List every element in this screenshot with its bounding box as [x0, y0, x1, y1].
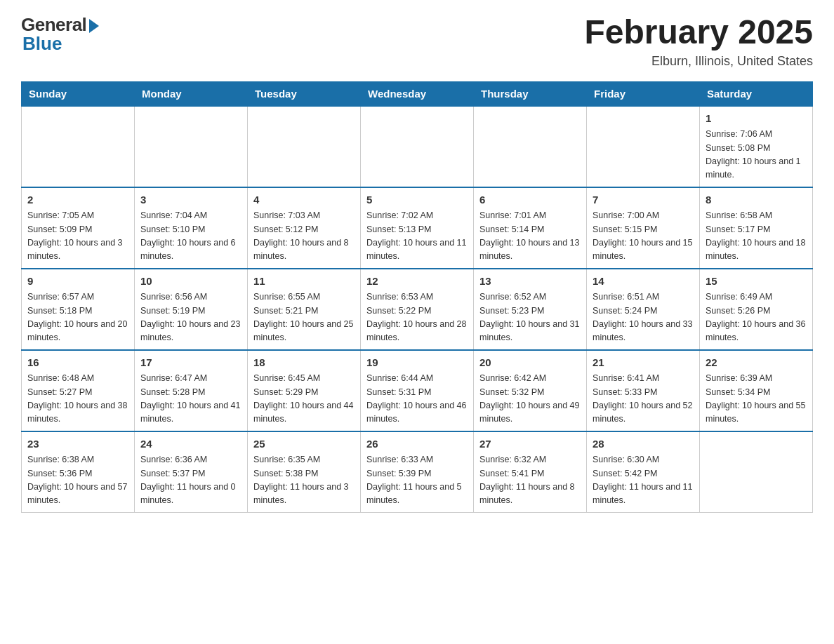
- calendar-week-row: 2Sunrise: 7:05 AMSunset: 5:09 PMDaylight…: [22, 187, 813, 269]
- day-info: Sunrise: 6:49 AMSunset: 5:26 PMDaylight:…: [706, 290, 807, 345]
- calendar-header-row: Sunday Monday Tuesday Wednesday Thursday…: [22, 81, 813, 106]
- day-info: Sunrise: 6:53 AMSunset: 5:22 PMDaylight:…: [366, 290, 468, 345]
- day-number: 16: [27, 355, 128, 371]
- table-row: 12Sunrise: 6:53 AMSunset: 5:22 PMDayligh…: [361, 269, 474, 350]
- day-number: 21: [593, 355, 694, 371]
- day-info: Sunrise: 6:57 AMSunset: 5:18 PMDaylight:…: [27, 290, 128, 345]
- logo-blue-text: Blue: [21, 33, 62, 55]
- day-number: 22: [706, 355, 807, 371]
- table-row: 16Sunrise: 6:48 AMSunset: 5:27 PMDayligh…: [22, 350, 135, 431]
- table-row: [248, 106, 361, 187]
- table-row: 3Sunrise: 7:04 AMSunset: 5:10 PMDaylight…: [135, 187, 248, 269]
- title-area: February 2025 Elburn, Illinois, United S…: [584, 14, 813, 69]
- table-row: 5Sunrise: 7:02 AMSunset: 5:13 PMDaylight…: [361, 187, 474, 269]
- day-number: 14: [593, 274, 694, 290]
- table-row: 20Sunrise: 6:42 AMSunset: 5:32 PMDayligh…: [474, 350, 587, 431]
- calendar-week-row: 16Sunrise: 6:48 AMSunset: 5:27 PMDayligh…: [22, 350, 813, 431]
- day-info: Sunrise: 6:38 AMSunset: 5:36 PMDaylight:…: [27, 453, 128, 508]
- table-row: 8Sunrise: 6:58 AMSunset: 5:17 PMDaylight…: [700, 187, 813, 269]
- table-row: 28Sunrise: 6:30 AMSunset: 5:42 PMDayligh…: [587, 431, 700, 513]
- day-number: 8: [706, 192, 807, 208]
- day-info: Sunrise: 7:04 AMSunset: 5:10 PMDaylight:…: [140, 209, 241, 264]
- day-info: Sunrise: 7:02 AMSunset: 5:13 PMDaylight:…: [366, 209, 468, 264]
- logo: General Blue: [21, 14, 99, 55]
- day-info: Sunrise: 6:51 AMSunset: 5:24 PMDaylight:…: [593, 290, 694, 345]
- table-row: 23Sunrise: 6:38 AMSunset: 5:36 PMDayligh…: [22, 431, 135, 513]
- col-tuesday: Tuesday: [248, 81, 361, 106]
- day-info: Sunrise: 6:33 AMSunset: 5:39 PMDaylight:…: [366, 453, 468, 508]
- table-row: 11Sunrise: 6:55 AMSunset: 5:21 PMDayligh…: [248, 269, 361, 350]
- day-number: 10: [140, 274, 241, 290]
- day-info: Sunrise: 6:36 AMSunset: 5:37 PMDaylight:…: [140, 453, 241, 508]
- day-info: Sunrise: 7:00 AMSunset: 5:15 PMDaylight:…: [593, 209, 694, 264]
- day-number: 6: [479, 192, 581, 208]
- table-row: [135, 106, 248, 187]
- table-row: 24Sunrise: 6:36 AMSunset: 5:37 PMDayligh…: [135, 431, 248, 513]
- day-number: 1: [706, 111, 807, 127]
- day-info: Sunrise: 6:44 AMSunset: 5:31 PMDaylight:…: [366, 372, 468, 427]
- day-number: 12: [366, 274, 468, 290]
- table-row: 15Sunrise: 6:49 AMSunset: 5:26 PMDayligh…: [700, 269, 813, 350]
- table-row: 17Sunrise: 6:47 AMSunset: 5:28 PMDayligh…: [135, 350, 248, 431]
- day-info: Sunrise: 6:32 AMSunset: 5:41 PMDaylight:…: [479, 453, 581, 508]
- day-number: 11: [253, 274, 355, 290]
- table-row: [361, 106, 474, 187]
- table-row: 1Sunrise: 7:06 AMSunset: 5:08 PMDaylight…: [700, 106, 813, 187]
- day-number: 9: [27, 274, 128, 290]
- col-saturday: Saturday: [700, 81, 813, 106]
- day-number: 24: [140, 436, 241, 452]
- day-info: Sunrise: 6:42 AMSunset: 5:32 PMDaylight:…: [479, 372, 581, 427]
- day-info: Sunrise: 7:05 AMSunset: 5:09 PMDaylight:…: [27, 209, 128, 264]
- calendar-week-row: 1Sunrise: 7:06 AMSunset: 5:08 PMDaylight…: [22, 106, 813, 187]
- calendar-table: Sunday Monday Tuesday Wednesday Thursday…: [21, 81, 813, 513]
- day-number: 23: [27, 436, 128, 452]
- table-row: 22Sunrise: 6:39 AMSunset: 5:34 PMDayligh…: [700, 350, 813, 431]
- day-info: Sunrise: 6:41 AMSunset: 5:33 PMDaylight:…: [593, 372, 694, 427]
- month-title: February 2025: [584, 14, 813, 51]
- table-row: 9Sunrise: 6:57 AMSunset: 5:18 PMDaylight…: [22, 269, 135, 350]
- day-info: Sunrise: 7:06 AMSunset: 5:08 PMDaylight:…: [706, 128, 807, 182]
- day-info: Sunrise: 6:30 AMSunset: 5:42 PMDaylight:…: [593, 453, 694, 508]
- day-number: 28: [593, 436, 694, 452]
- table-row: 21Sunrise: 6:41 AMSunset: 5:33 PMDayligh…: [587, 350, 700, 431]
- table-row: 26Sunrise: 6:33 AMSunset: 5:39 PMDayligh…: [361, 431, 474, 513]
- day-info: Sunrise: 6:52 AMSunset: 5:23 PMDaylight:…: [479, 290, 581, 345]
- col-wednesday: Wednesday: [361, 81, 474, 106]
- day-info: Sunrise: 7:01 AMSunset: 5:14 PMDaylight:…: [479, 209, 581, 264]
- col-sunday: Sunday: [22, 81, 135, 106]
- table-row: 18Sunrise: 6:45 AMSunset: 5:29 PMDayligh…: [248, 350, 361, 431]
- calendar-week-row: 9Sunrise: 6:57 AMSunset: 5:18 PMDaylight…: [22, 269, 813, 350]
- day-info: Sunrise: 6:58 AMSunset: 5:17 PMDaylight:…: [706, 209, 807, 264]
- table-row: 19Sunrise: 6:44 AMSunset: 5:31 PMDayligh…: [361, 350, 474, 431]
- table-row: [474, 106, 587, 187]
- table-row: 6Sunrise: 7:01 AMSunset: 5:14 PMDaylight…: [474, 187, 587, 269]
- logo-arrow-icon: [89, 19, 99, 33]
- day-number: 3: [140, 192, 241, 208]
- table-row: 10Sunrise: 6:56 AMSunset: 5:19 PMDayligh…: [135, 269, 248, 350]
- day-info: Sunrise: 6:47 AMSunset: 5:28 PMDaylight:…: [140, 372, 241, 427]
- day-number: 15: [706, 274, 807, 290]
- day-info: Sunrise: 6:48 AMSunset: 5:27 PMDaylight:…: [27, 372, 128, 427]
- table-row: [700, 431, 813, 513]
- calendar-week-row: 23Sunrise: 6:38 AMSunset: 5:36 PMDayligh…: [22, 431, 813, 513]
- day-number: 4: [253, 192, 355, 208]
- day-number: 17: [140, 355, 241, 371]
- day-info: Sunrise: 6:45 AMSunset: 5:29 PMDaylight:…: [253, 372, 355, 427]
- table-row: 7Sunrise: 7:00 AMSunset: 5:15 PMDaylight…: [587, 187, 700, 269]
- day-number: 25: [253, 436, 355, 452]
- table-row: 25Sunrise: 6:35 AMSunset: 5:38 PMDayligh…: [248, 431, 361, 513]
- col-thursday: Thursday: [474, 81, 587, 106]
- day-number: 27: [479, 436, 581, 452]
- location-subtitle: Elburn, Illinois, United States: [584, 54, 813, 69]
- day-number: 26: [366, 436, 468, 452]
- table-row: 14Sunrise: 6:51 AMSunset: 5:24 PMDayligh…: [587, 269, 700, 350]
- day-number: 5: [366, 192, 468, 208]
- day-number: 19: [366, 355, 468, 371]
- page-header: General Blue February 2025 Elburn, Illin…: [21, 14, 813, 69]
- day-number: 18: [253, 355, 355, 371]
- table-row: [587, 106, 700, 187]
- table-row: [22, 106, 135, 187]
- day-number: 20: [479, 355, 581, 371]
- day-number: 2: [27, 192, 128, 208]
- day-info: Sunrise: 6:39 AMSunset: 5:34 PMDaylight:…: [706, 372, 807, 427]
